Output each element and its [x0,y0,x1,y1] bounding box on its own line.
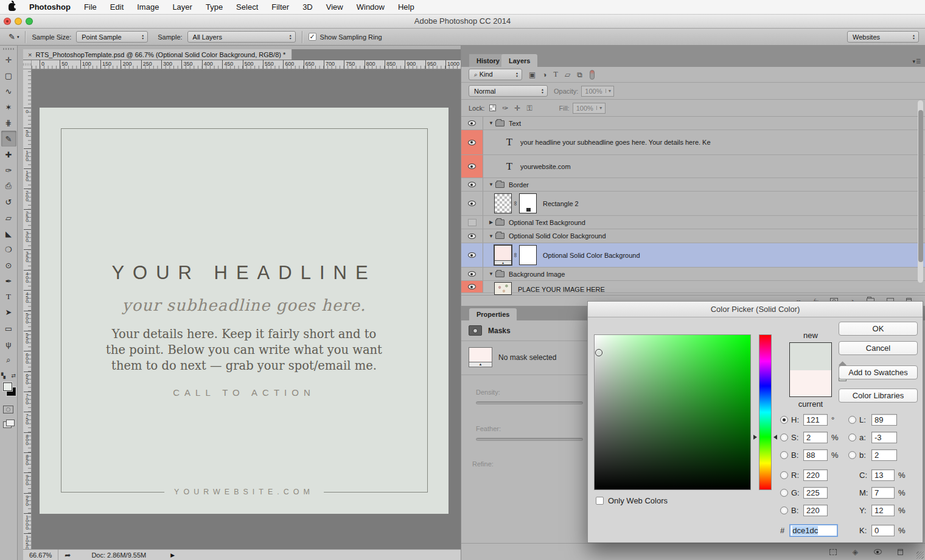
fill-layer-thumbnail[interactable] [494,245,512,265]
layer-name[interactable]: your headline your subheadline goes here… [520,139,711,146]
zoom-level-field[interactable]: 66.67% [23,550,58,560]
show-sampling-ring-checkbox[interactable]: ✓ [309,33,316,41]
lock-all-icon[interactable]: ⚿ [526,104,532,112]
hue-radio[interactable] [780,416,788,424]
visibility-cell[interactable] [461,281,483,292]
tab-layers[interactable]: Layers [501,54,537,67]
history-brush-tool[interactable]: ↺ [1,194,16,210]
pen-tool[interactable]: ✒ [1,273,16,289]
visibility-cell[interactable] [461,192,483,215]
canvas-pasteboard[interactable]: YOUR HEADLINE your subheadline goes here… [32,69,461,549]
visibility-cell[interactable] [461,216,483,229]
layer-row[interactable]: T your headline your subheadline goes he… [461,130,925,155]
disable-mask-icon[interactable] [874,549,882,555]
foreground-color-swatch[interactable] [3,382,12,391]
zoom-tool[interactable]: ⌕ [1,352,16,368]
lock-pixels-icon[interactable]: ✑ [502,104,508,112]
blue-input[interactable]: 220 [803,505,828,516]
hue-slider-arrow-left[interactable] [753,435,757,440]
visibility-cell[interactable] [461,229,483,243]
blur-tool[interactable]: ❍ [1,241,16,257]
menu-3d[interactable]: 3D [302,2,313,12]
menu-layer[interactable]: Layer [172,2,192,12]
type-tool[interactable]: T [1,289,16,305]
menu-filter[interactable]: Filter [271,2,289,12]
filter-toggle-switch[interactable] [590,70,595,80]
visibility-cell[interactable] [461,178,483,191]
screen-mode-button[interactable] [3,420,14,427]
filter-smart-objects-icon[interactable]: ⧉ [577,71,582,79]
panel-menu-icon[interactable]: ▾☰ [912,58,921,64]
tool-preset-picker[interactable]: ✎ ▾ [9,32,19,41]
layer-row[interactable]: ▼Text [461,117,925,130]
visibility-eye-icon[interactable] [468,164,476,169]
load-selection-from-mask-icon[interactable] [829,549,837,555]
visibility-eye-icon[interactable] [468,120,476,126]
disclosure-triangle-icon[interactable]: ▼ [487,271,495,277]
hand-tool[interactable]: ψ [1,336,16,352]
eraser-tool[interactable]: ▱ [1,210,16,226]
hue-slider-arrow-right[interactable] [773,435,777,440]
menu-type[interactable]: Type [206,2,223,12]
apply-mask-icon[interactable]: ◈ [853,548,858,556]
menu-photoshop[interactable]: Photoshop [29,2,71,12]
yellow-input[interactable]: 12 [871,505,895,516]
horizontal-ruler[interactable]: 0501001502002503003504004505005506006507… [32,60,461,69]
hex-input[interactable]: dce1dc [789,524,838,537]
filter-kind-dropdown[interactable]: ⌕ Kind ▲▼ [469,69,522,80]
layer-row[interactable]: ▼Background Image [461,268,925,281]
visibility-cell[interactable] [461,243,483,267]
filter-adjustment-layers-icon[interactable]: ◑ [542,71,546,79]
eyedropper-tool[interactable]: ✎ [1,131,16,147]
lab-b-input[interactable]: 2 [871,449,897,461]
layer-name[interactable]: Optional Solid Color Background [509,232,606,240]
layer-name[interactable]: yourwebsite.com [520,163,571,170]
layer-row[interactable]: ▶Optional Text Background [461,216,925,229]
fill-field[interactable]: 100%▼ [573,103,606,114]
menu-file[interactable]: File [84,2,97,12]
filter-type-layers-icon[interactable]: T [554,70,558,79]
sample-size-dropdown[interactable]: Point Sample ▲▼ [76,31,148,43]
visibility-cell[interactable] [461,155,483,178]
mask-link-icon[interactable]: ∞ [512,200,519,207]
status-options-arrow-icon[interactable]: ▶ [170,552,175,558]
layer-row[interactable]: ∞Optional Solid Color Background [461,243,925,268]
vector-mask-thumbnail[interactable] [519,193,537,213]
lab-l-input[interactable]: 89 [871,414,897,426]
color-picker-title[interactable]: Color Picker (Solid Color) [588,302,923,317]
current-color-swatch[interactable] [790,370,831,396]
filter-shape-layers-icon[interactable]: ▱ [565,71,570,79]
blue-radio[interactable] [780,506,788,514]
lasso-tool[interactable]: ∿ [1,83,16,99]
disclosure-triangle-icon[interactable]: ▼ [487,182,495,187]
layer-row[interactable]: ▼Optional Solid Color Background [461,229,925,243]
cyan-input[interactable]: 13 [871,469,895,481]
workspace-dropdown[interactable]: Websites ▲▼ [847,31,919,43]
magic-wand-tool[interactable]: ✶ [1,99,16,115]
lab-l-radio[interactable] [848,416,856,424]
hue-input[interactable]: 121 [803,414,828,426]
mask-link-icon[interactable]: ∞ [512,252,519,259]
crop-tool[interactable]: ⋕ [1,115,16,131]
disclosure-triangle-icon[interactable]: ▶ [487,220,495,225]
visibility-cell[interactable] [461,130,483,154]
magenta-input[interactable]: 7 [871,487,895,499]
only-web-colors-checkbox[interactable] [596,497,604,505]
layer-name[interactable]: Optional Solid Color Background [543,252,640,259]
cancel-button[interactable]: Cancel [839,341,918,355]
filter-pixel-layers-icon[interactable]: ▣ [529,71,536,79]
lock-transparency-icon[interactable] [489,105,496,111]
menu-view[interactable]: View [326,2,343,12]
document-tab[interactable]: × RTS_PhotoshopTemplate.psd @ 66.7% (Opt… [23,49,292,60]
red-radio[interactable] [780,471,788,479]
visibility-eye-icon[interactable] [468,284,476,289]
tab-properties[interactable]: Properties [469,308,517,320]
ok-button[interactable]: OK [839,322,918,336]
share-icon[interactable]: ➦ [65,551,71,559]
panel-grip[interactable] [3,48,14,50]
blend-mode-dropdown[interactable]: Normal ▲▼ [469,85,548,97]
layer-name[interactable]: Background Image [509,271,565,278]
layer-row[interactable]: T yourwebsite.com [461,155,925,178]
paint-bucket-tool[interactable]: ◣ [1,226,16,241]
layer-row[interactable]: ▼Border [461,178,925,192]
